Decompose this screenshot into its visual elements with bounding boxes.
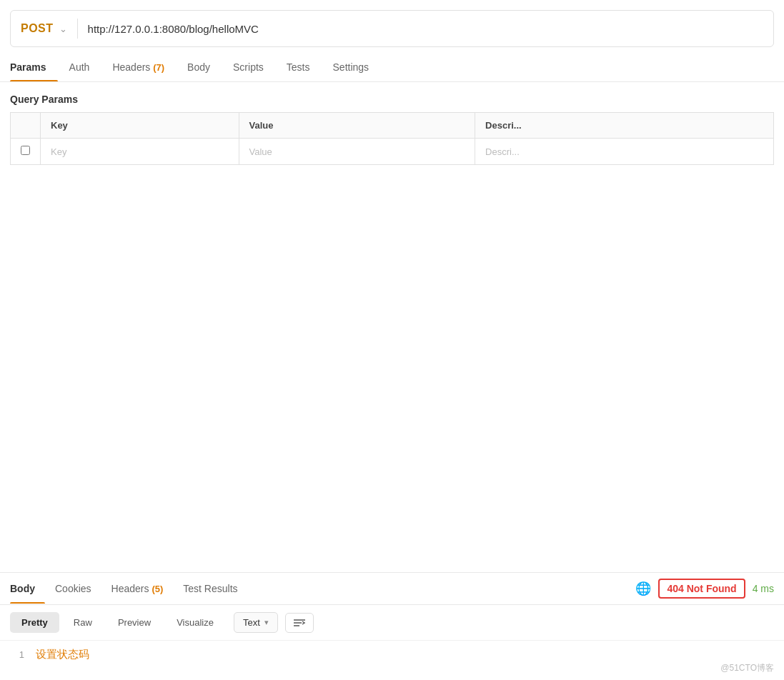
key-cell[interactable]: Key xyxy=(41,139,239,165)
word-wrap-button[interactable] xyxy=(285,613,314,633)
text-dropdown-label: Text xyxy=(243,617,260,628)
key-column-header: Key xyxy=(41,113,239,139)
tab-tests[interactable]: Tests xyxy=(275,53,322,81)
line-number-1: 1 xyxy=(10,649,24,660)
params-table: Key Value Descri... Key Value Descri... xyxy=(10,112,774,165)
description-cell[interactable]: Descri... xyxy=(475,139,774,165)
response-tab-body[interactable]: Body xyxy=(10,574,45,603)
response-tabs-row: Body Cookies Headers (5) Test Results 🌐 … xyxy=(0,572,784,605)
params-table-wrapper: Key Value Descri... Key Value Descri... xyxy=(10,112,774,165)
dropdown-chevron-icon: ▾ xyxy=(264,618,269,627)
table-row: Key Value Descri... xyxy=(11,139,774,165)
table-header-row: Key Value Descri... xyxy=(11,113,774,139)
tab-scripts[interactable]: Scripts xyxy=(222,53,275,81)
watermark: @51CTO博客 xyxy=(720,662,774,674)
response-tab-cookies[interactable]: Cookies xyxy=(45,574,101,603)
query-params-title: Query Params xyxy=(0,82,784,112)
format-tab-raw[interactable]: Raw xyxy=(62,612,104,633)
format-tab-visualize[interactable]: Visualize xyxy=(165,612,225,633)
globe-icon[interactable]: 🌐 xyxy=(635,581,651,596)
tab-auth[interactable]: Auth xyxy=(58,53,101,81)
page-wrapper: POST ⌄ Params Auth Headers (7) Body Scri… xyxy=(0,10,784,680)
value-cell[interactable]: Value xyxy=(239,139,475,165)
headers-badge: (7) xyxy=(153,62,164,73)
method-selector[interactable]: POST ⌄ xyxy=(21,22,67,35)
url-bar: POST ⌄ xyxy=(10,10,774,47)
request-tabs-row: Params Auth Headers (7) Body Scripts Tes… xyxy=(0,53,784,82)
response-line-1: 1 设置状态码 xyxy=(10,648,774,661)
url-input[interactable] xyxy=(88,23,763,35)
format-tabs-row: Pretty Raw Preview Visualize Text ▾ xyxy=(0,605,784,641)
checkbox-header xyxy=(11,113,41,139)
text-format-dropdown[interactable]: Text ▾ xyxy=(234,612,278,633)
response-time: 4 ms xyxy=(753,583,774,594)
format-tab-preview[interactable]: Preview xyxy=(106,612,162,633)
status-badge: 404 Not Found xyxy=(658,579,745,599)
row-checkbox[interactable] xyxy=(21,146,30,155)
format-tab-pretty[interactable]: Pretty xyxy=(10,612,59,633)
line-content-1: 设置状态码 xyxy=(36,648,89,661)
http-method: POST xyxy=(21,22,54,35)
word-wrap-icon xyxy=(293,618,306,628)
response-right-section: 🌐 404 Not Found 4 ms xyxy=(635,579,774,599)
tab-params[interactable]: Params xyxy=(10,53,58,81)
response-tab-headers[interactable]: Headers (5) xyxy=(101,574,174,603)
response-section: Body Cookies Headers (5) Test Results 🌐 … xyxy=(0,572,784,669)
row-checkbox-cell[interactable] xyxy=(11,139,41,165)
response-body: 1 设置状态码 xyxy=(0,641,784,669)
description-column-header: Descri... xyxy=(475,113,774,139)
url-divider xyxy=(77,19,78,39)
response-tab-test-results[interactable]: Test Results xyxy=(173,574,247,603)
tab-headers[interactable]: Headers (7) xyxy=(101,53,176,81)
value-column-header: Value xyxy=(239,113,475,139)
response-headers-badge: (5) xyxy=(152,584,163,594)
method-chevron-icon: ⌄ xyxy=(59,24,67,34)
tab-settings[interactable]: Settings xyxy=(322,53,381,81)
tab-body[interactable]: Body xyxy=(176,53,222,81)
